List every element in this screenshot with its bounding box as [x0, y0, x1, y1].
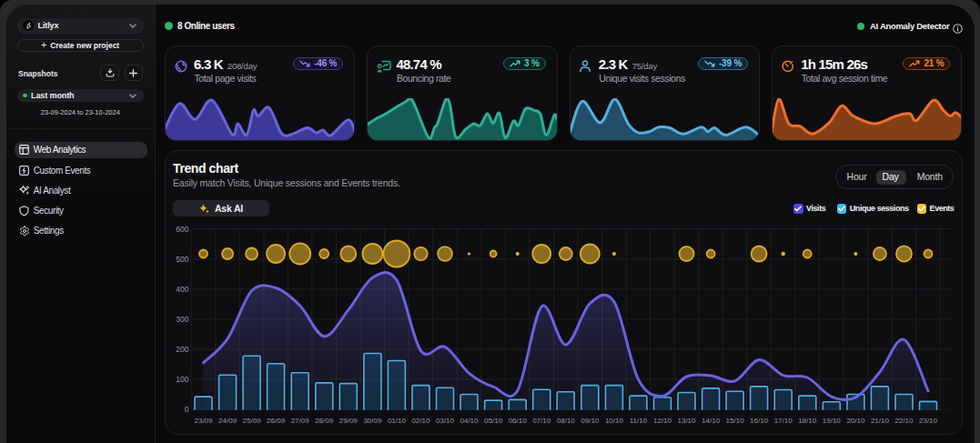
svg-text:06/10: 06/10: [509, 417, 528, 425]
svg-text:29/09: 29/09: [339, 417, 359, 425]
svg-text:01/10: 01/10: [388, 417, 407, 425]
svg-text:23/09: 23/09: [194, 417, 213, 425]
svg-text:05/10: 05/10: [484, 417, 503, 425]
svg-text:20/10: 20/10: [846, 417, 865, 425]
svg-text:26/09: 26/09: [267, 417, 286, 425]
svg-text:100: 100: [176, 375, 188, 384]
svg-text:400: 400: [176, 285, 188, 294]
svg-text:11/10: 11/10: [630, 417, 648, 425]
svg-text:30/09: 30/09: [363, 417, 382, 425]
svg-text:10/10: 10/10: [605, 417, 624, 425]
svg-text:600: 600: [176, 225, 188, 234]
svg-text:27/09: 27/09: [291, 417, 310, 425]
svg-text:19/10: 19/10: [823, 417, 842, 425]
svg-text:22/10: 22/10: [894, 417, 914, 425]
svg-text:03/10: 03/10: [436, 417, 455, 425]
svg-text:23/10: 23/10: [919, 417, 938, 425]
svg-text:28/09: 28/09: [315, 417, 334, 425]
svg-text:09/10: 09/10: [581, 417, 600, 425]
svg-text:300: 300: [176, 315, 188, 324]
svg-text:25/09: 25/09: [243, 417, 262, 425]
svg-text:14/10: 14/10: [702, 417, 721, 425]
svg-text:02/10: 02/10: [411, 417, 430, 425]
svg-text:500: 500: [176, 255, 188, 264]
svg-text:04/10: 04/10: [460, 417, 479, 425]
svg-text:24/09: 24/09: [218, 417, 237, 425]
svg-text:15/10: 15/10: [726, 417, 745, 425]
svg-text:13/10: 13/10: [677, 417, 696, 425]
svg-text:18/10: 18/10: [798, 417, 817, 425]
svg-text:12/10: 12/10: [653, 417, 672, 425]
svg-text:17/10: 17/10: [774, 417, 793, 425]
svg-text:21/10: 21/10: [871, 417, 890, 425]
svg-text:08/10: 08/10: [557, 417, 576, 425]
svg-text:200: 200: [176, 345, 188, 354]
svg-text:07/10: 07/10: [532, 417, 551, 425]
svg-text:0: 0: [185, 405, 189, 414]
svg-text:16/10: 16/10: [750, 417, 769, 425]
